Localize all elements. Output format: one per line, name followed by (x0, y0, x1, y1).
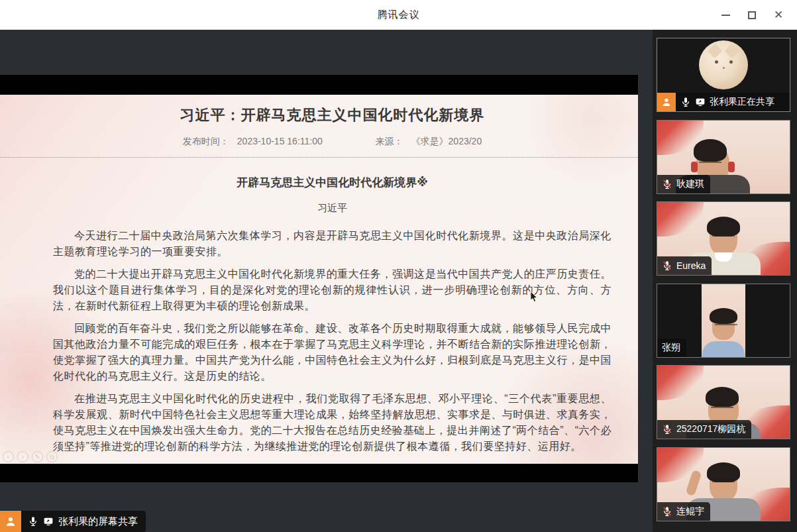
person-icon (5, 515, 17, 527)
screen-share-icon (695, 97, 706, 107)
participant-label: Eureka (657, 256, 712, 275)
participant-label-body: Eureka (657, 256, 712, 275)
cat-ear (708, 44, 723, 59)
participant-tile-gengjianqi[interactable]: 耿建琪 (657, 120, 790, 194)
microphone-muted-icon (662, 506, 672, 517)
participant-tile-zhangshuo[interactable]: 张朔 (657, 284, 790, 358)
raised-hand (685, 470, 702, 496)
participant-label: 张朔 (657, 339, 686, 357)
maximize-icon (748, 11, 756, 19)
close-button[interactable]: ✕ (765, 0, 792, 30)
share-badge-body: 张利果的屏幕共享 (21, 511, 146, 532)
person-icon (661, 97, 672, 107)
meeting-window: 腾讯会议 ✕ 习近平：开辟马克思主义中国化时代化新境界 发布时间：2023-10… (0, 0, 797, 532)
participant-name: 耿建琪 (676, 178, 704, 190)
titlebar: 腾讯会议 ✕ (0, 0, 797, 30)
screen-share-icon (43, 516, 54, 527)
avatar (699, 40, 748, 89)
participant-label-body: 张利果正在共享 (676, 93, 790, 111)
screen-share-badge: 张利果的屏幕共享 (0, 511, 146, 532)
participant-name: Eureka (676, 260, 706, 271)
participant-name: 连鲲宇 (676, 505, 704, 517)
participant-label-body: 25220717柳园杭 (657, 420, 751, 439)
microphone-icon (680, 97, 691, 107)
maximize-button[interactable] (739, 0, 765, 30)
doc-divider (0, 157, 638, 158)
participant-tile-eureka[interactable]: Eureka (657, 201, 790, 276)
source-value: 《求是》2023/20 (411, 136, 482, 146)
sharer-indicator (657, 93, 676, 111)
letterbox-top (0, 75, 638, 95)
share-badge-text: 张利果的屏幕共享 (58, 515, 138, 528)
participant-label-body: 耿建琪 (657, 175, 710, 193)
app-title: 腾讯会议 (378, 9, 420, 21)
article-author: 习近平 (53, 202, 611, 215)
article-title: 习近平：开辟马克思主义中国化时代化新境界 (53, 105, 611, 125)
participant-label-body: 连鲲宇 (657, 502, 710, 521)
source-label: 来源： (376, 136, 403, 146)
participant-name: 25220717柳园杭 (676, 423, 745, 435)
microphone-icon (28, 516, 38, 527)
participant-tile-liuyuanhang[interactable]: 25220717柳园杭 (657, 365, 790, 439)
back-icon: ‹ (3, 451, 14, 462)
participant-label: 张利果正在共享 (657, 93, 790, 111)
sharer-indicator (0, 511, 21, 532)
microphone-muted-icon (662, 260, 672, 271)
article-subtitle: 开辟马克思主义中国化时代化新境界※ (53, 175, 611, 190)
publish-time-label: 发布时间： (183, 136, 229, 146)
minimize-button[interactable] (712, 0, 739, 30)
shared-screen-area: 习近平：开辟马克思主义中国化时代化新境界 发布时间：2023-10-15 16:… (0, 30, 653, 532)
cat-ear (725, 44, 740, 59)
video-feed (702, 284, 745, 357)
participant-tile-zhangliguo[interactable]: 张利果正在共享 (657, 38, 790, 112)
paragraph: 回顾党的百年奋斗史，我们党之所以能够在革命、建设、改革各个历史时期取得重大成就，… (53, 321, 611, 384)
shared-document: 习近平：开辟马克思主义中国化时代化新境界 发布时间：2023-10-15 16:… (0, 95, 638, 464)
microphone-muted-icon (662, 424, 672, 435)
participant-name: 张朔 (662, 342, 680, 354)
paragraph: 党的二十大提出开辟马克思主义中国化时代化新境界的重大任务，强调这是当代中国共产党… (53, 266, 611, 314)
article-meta: 发布时间：2023-10-15 16:11:00 来源：《求是》2023/20 (53, 136, 611, 148)
window-controls: ✕ (712, 0, 792, 30)
participant-label: 连鲲宇 (657, 502, 710, 521)
remote-mouse-cursor (530, 292, 538, 303)
pages-icon: ⧉ (46, 451, 58, 462)
participant-label-body: 张朔 (657, 339, 686, 357)
doc-floating-toolbar: ‹ › ✎ ⧉ (3, 451, 58, 462)
letterbox-bottom (0, 464, 638, 482)
participant-tile-liankunyu[interactable]: 连鲲宇 (657, 447, 790, 521)
participant-video-person (702, 311, 745, 357)
forward-icon: › (17, 451, 28, 462)
publish-time-value: 2023-10-15 16:11:00 (237, 136, 323, 146)
article-body: 今天进行二十届中央政治局第六次集体学习，内容是开辟马克思主义中国化时代化新境界。… (53, 228, 611, 454)
participants-sidebar: 张利果正在共享 (653, 30, 797, 532)
participant-label: 耿建琪 (657, 175, 710, 193)
participant-label: 25220717柳园杭 (657, 420, 751, 439)
paragraph: 在推进马克思主义中国化时代化的历史进程中，我们党取得了毛泽东思想、邓小平理论、“… (53, 391, 611, 454)
paragraph: 今天进行二十届中央政治局第六次集体学习，内容是开辟马克思主义中国化时代化新境界。… (53, 228, 611, 260)
pen-icon: ✎ (32, 451, 43, 462)
close-icon: ✕ (774, 9, 783, 21)
minimize-icon (721, 15, 730, 16)
participant-name: 张利果正在共享 (710, 96, 774, 108)
microphone-muted-icon (662, 179, 672, 189)
cat-face (715, 60, 718, 64)
